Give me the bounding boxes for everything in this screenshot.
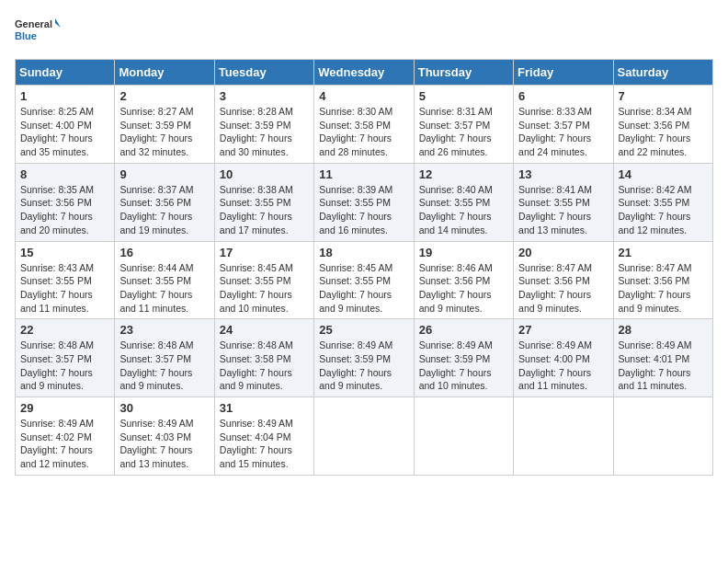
calendar-cell [414,397,513,476]
calendar-cell: 26 Sunrise: 8:49 AMSunset: 3:59 PMDaylig… [414,319,513,397]
calendar-cell: 4 Sunrise: 8:30 AMSunset: 3:58 PMDayligh… [314,86,414,164]
calendar-cell: 6 Sunrise: 8:33 AMSunset: 3:57 PMDayligh… [514,86,613,164]
day-info: Sunrise: 8:35 AMSunset: 3:56 PMDaylight:… [20,184,94,236]
day-number: 9 [119,167,209,181]
day-number: 12 [419,167,508,181]
calendar-body: 1 Sunrise: 8:25 AMSunset: 4:00 PMDayligh… [16,86,713,476]
calendar-cell: 14 Sunrise: 8:42 AMSunset: 3:55 PMDaylig… [613,163,712,241]
day-number: 29 [20,401,109,415]
day-info: Sunrise: 8:44 AMSunset: 3:55 PMDaylight:… [119,262,193,314]
calendar-cell: 18 Sunrise: 8:45 AMSunset: 3:55 PMDaylig… [314,241,414,319]
day-number: 21 [619,246,708,259]
day-info: Sunrise: 8:25 AMSunset: 4:00 PMDaylight:… [20,106,94,157]
day-number: 22 [20,323,109,337]
calendar-cell: 30 Sunrise: 8:49 AMSunset: 4:03 PMDaylig… [115,397,214,476]
calendar-cell: 3 Sunrise: 8:28 AMSunset: 3:59 PMDayligh… [214,86,313,164]
day-info: Sunrise: 8:39 AMSunset: 3:55 PMDaylight:… [319,184,392,236]
calendar-header-friday: Friday [514,60,613,86]
day-number: 28 [619,323,708,337]
calendar-cell [613,397,712,476]
day-number: 7 [619,89,708,103]
day-info: Sunrise: 8:38 AMSunset: 3:55 PMDaylight:… [220,184,293,236]
day-number: 2 [119,89,209,103]
calendar-cell: 27 Sunrise: 8:49 AMSunset: 4:00 PMDaylig… [514,319,613,397]
day-info: Sunrise: 8:37 AMSunset: 3:56 PMDaylight:… [119,184,193,236]
day-info: Sunrise: 8:27 AMSunset: 3:59 PMDaylight:… [119,106,193,157]
header: General Blue [15,15,713,50]
calendar-cell: 7 Sunrise: 8:34 AMSunset: 3:56 PMDayligh… [613,86,712,164]
calendar-header-monday: Monday [115,60,214,86]
logo-svg: General Blue [15,15,61,50]
calendar-header-saturday: Saturday [613,60,712,86]
day-number: 26 [419,323,508,337]
logo: General Blue [15,15,61,50]
day-info: Sunrise: 8:48 AMSunset: 3:57 PMDaylight:… [119,339,193,391]
calendar-week-row: 22 Sunrise: 8:48 AMSunset: 3:57 PMDaylig… [16,319,713,397]
calendar-week-row: 29 Sunrise: 8:49 AMSunset: 4:02 PMDaylig… [16,397,713,476]
svg-text:Blue: Blue [15,30,37,41]
day-info: Sunrise: 8:49 AMSunset: 4:01 PMDaylight:… [619,339,692,391]
day-number: 27 [518,323,608,337]
day-number: 6 [518,89,608,103]
day-info: Sunrise: 8:45 AMSunset: 3:55 PMDaylight:… [319,262,392,314]
svg-text:General: General [15,18,52,29]
calendar-cell: 17 Sunrise: 8:45 AMSunset: 3:55 PMDaylig… [214,241,313,319]
day-number: 30 [119,401,209,415]
calendar-cell: 20 Sunrise: 8:47 AMSunset: 3:56 PMDaylig… [514,241,613,319]
day-info: Sunrise: 8:49 AMSunset: 4:00 PMDaylight:… [518,339,592,391]
day-info: Sunrise: 8:42 AMSunset: 3:55 PMDaylight:… [619,184,692,236]
svg-marker-2 [55,18,61,28]
day-number: 3 [220,89,309,103]
calendar-cell: 11 Sunrise: 8:39 AMSunset: 3:55 PMDaylig… [314,163,414,241]
day-info: Sunrise: 8:34 AMSunset: 3:56 PMDaylight:… [619,106,692,157]
day-info: Sunrise: 8:49 AMSunset: 4:04 PMDaylight:… [220,418,293,469]
calendar-week-row: 8 Sunrise: 8:35 AMSunset: 3:56 PMDayligh… [16,163,713,241]
day-info: Sunrise: 8:40 AMSunset: 3:55 PMDaylight:… [419,184,493,236]
calendar-cell: 23 Sunrise: 8:48 AMSunset: 3:57 PMDaylig… [115,319,214,397]
calendar-table: SundayMondayTuesdayWednesdayThursdayFrid… [15,59,713,476]
day-info: Sunrise: 8:49 AMSunset: 4:03 PMDaylight:… [119,418,193,469]
calendar-header-tuesday: Tuesday [214,60,313,86]
day-number: 18 [319,246,408,259]
day-info: Sunrise: 8:48 AMSunset: 3:58 PMDaylight:… [220,339,293,391]
day-number: 10 [220,167,309,181]
calendar-cell: 10 Sunrise: 8:38 AMSunset: 3:55 PMDaylig… [214,163,313,241]
calendar-cell: 16 Sunrise: 8:44 AMSunset: 3:55 PMDaylig… [115,241,214,319]
calendar-cell: 19 Sunrise: 8:46 AMSunset: 3:56 PMDaylig… [414,241,513,319]
calendar-cell [514,397,613,476]
calendar-header-sunday: Sunday [16,60,115,86]
calendar-week-row: 15 Sunrise: 8:43 AMSunset: 3:55 PMDaylig… [16,241,713,319]
calendar-header-wednesday: Wednesday [314,60,414,86]
day-number: 31 [220,401,309,415]
day-info: Sunrise: 8:49 AMSunset: 3:59 PMDaylight:… [319,339,392,391]
calendar-week-row: 1 Sunrise: 8:25 AMSunset: 4:00 PMDayligh… [16,86,713,164]
day-info: Sunrise: 8:41 AMSunset: 3:55 PMDaylight:… [518,184,592,236]
calendar-cell: 24 Sunrise: 8:48 AMSunset: 3:58 PMDaylig… [214,319,313,397]
calendar-cell: 9 Sunrise: 8:37 AMSunset: 3:56 PMDayligh… [115,163,214,241]
calendar-cell: 12 Sunrise: 8:40 AMSunset: 3:55 PMDaylig… [414,163,513,241]
calendar-cell: 15 Sunrise: 8:43 AMSunset: 3:55 PMDaylig… [16,241,115,319]
day-info: Sunrise: 8:49 AMSunset: 4:02 PMDaylight:… [20,418,94,469]
day-info: Sunrise: 8:28 AMSunset: 3:59 PMDaylight:… [220,106,293,157]
day-info: Sunrise: 8:33 AMSunset: 3:57 PMDaylight:… [518,106,592,157]
day-number: 15 [20,246,109,259]
day-number: 5 [419,89,508,103]
day-number: 1 [20,89,109,103]
calendar-cell: 25 Sunrise: 8:49 AMSunset: 3:59 PMDaylig… [314,319,414,397]
calendar-header-row: SundayMondayTuesdayWednesdayThursdayFrid… [16,60,713,86]
day-info: Sunrise: 8:31 AMSunset: 3:57 PMDaylight:… [419,106,493,157]
calendar-cell: 31 Sunrise: 8:49 AMSunset: 4:04 PMDaylig… [214,397,313,476]
day-number: 24 [220,323,309,337]
day-number: 8 [20,167,109,181]
day-info: Sunrise: 8:45 AMSunset: 3:55 PMDaylight:… [220,262,293,314]
calendar-cell: 8 Sunrise: 8:35 AMSunset: 3:56 PMDayligh… [16,163,115,241]
calendar-cell: 28 Sunrise: 8:49 AMSunset: 4:01 PMDaylig… [613,319,712,397]
day-info: Sunrise: 8:46 AMSunset: 3:56 PMDaylight:… [419,262,493,314]
day-info: Sunrise: 8:48 AMSunset: 3:57 PMDaylight:… [20,339,94,391]
day-number: 14 [619,167,708,181]
calendar-cell: 13 Sunrise: 8:41 AMSunset: 3:55 PMDaylig… [514,163,613,241]
day-number: 20 [518,246,608,259]
day-info: Sunrise: 8:30 AMSunset: 3:58 PMDaylight:… [319,106,392,157]
day-number: 25 [319,323,408,337]
day-info: Sunrise: 8:47 AMSunset: 3:56 PMDaylight:… [619,262,692,314]
